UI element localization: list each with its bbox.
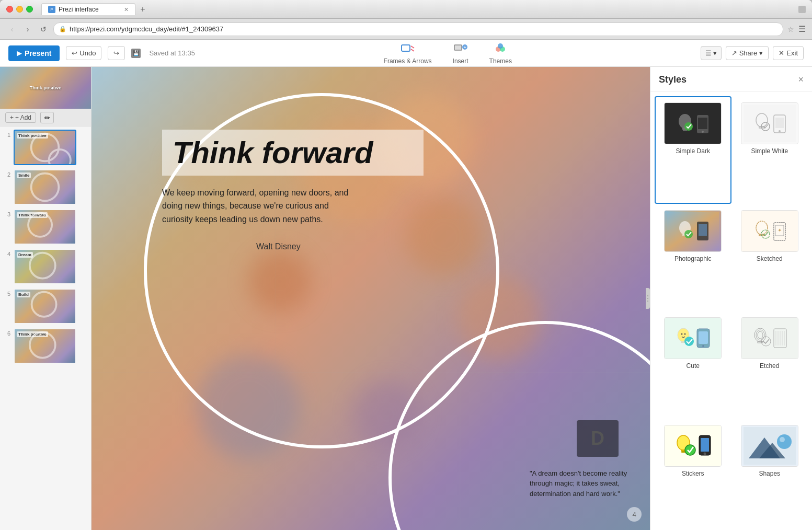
insert-tool[interactable]: + Insert bbox=[449, 40, 473, 67]
menu-chevron: ▾ bbox=[713, 49, 717, 57]
style-thumb-simple-white bbox=[741, 102, 798, 144]
canvas-area[interactable]: Think forward We keep moving forward, op… bbox=[92, 67, 650, 530]
slide-item-6[interactable]: 6 Think positive bbox=[3, 328, 88, 364]
close-window-button[interactable] bbox=[6, 6, 13, 13]
toolbar: ▶ Present ↩ Undo ↪ 💾 Saved at 13:35 bbox=[0, 40, 812, 67]
svg-point-81 bbox=[780, 437, 785, 442]
drag-dot-2 bbox=[647, 298, 648, 299]
partial-quote-area: "A dream doesn't become reality through … bbox=[530, 468, 634, 499]
redo-icon: ↪ bbox=[113, 49, 119, 57]
style-item-photographic[interactable]: Photographic bbox=[655, 204, 731, 312]
svg-rect-20 bbox=[667, 105, 719, 142]
style-item-shapes[interactable]: Shapes bbox=[731, 419, 808, 526]
slide-thumb-1[interactable]: Think positive bbox=[14, 130, 76, 165]
frames-arrows-tool[interactable]: Frames & Arrows bbox=[380, 40, 436, 67]
style-thumb-simple-dark bbox=[664, 102, 722, 144]
style-item-simple-dark[interactable]: Simple Dark bbox=[655, 96, 731, 204]
style-name-photographic: Photographic bbox=[674, 255, 712, 262]
new-tab-button[interactable]: + bbox=[135, 3, 150, 16]
toolbar-center: Frames & Arrows + Insert bbox=[201, 40, 694, 67]
undo-button[interactable]: ↩ Undo bbox=[66, 46, 101, 60]
slide-number-1: 1 bbox=[3, 130, 10, 138]
forward-button[interactable]: › bbox=[22, 24, 33, 35]
address-input[interactable]: 🔒 https://prezi.com/ydgmcdcu_day/edit/#1… bbox=[53, 22, 783, 36]
svg-rect-26 bbox=[698, 118, 707, 129]
slides-list: 1 Think positive 2 bbox=[0, 126, 91, 530]
tab-title: Prezi interface bbox=[59, 6, 99, 13]
minimize-window-button[interactable] bbox=[16, 6, 23, 13]
themes-tool[interactable]: Themes bbox=[485, 40, 516, 67]
slide-thumb-4[interactable]: Dream bbox=[14, 249, 76, 284]
save-icon: 💾 bbox=[131, 49, 141, 58]
slide-thumb-2[interactable]: Smile bbox=[14, 169, 76, 205]
back-button[interactable]: ‹ bbox=[6, 24, 18, 35]
slide-item-4[interactable]: 4 Dream bbox=[3, 249, 88, 284]
insert-label: Insert bbox=[453, 57, 468, 65]
slide-number-3: 3 bbox=[3, 209, 10, 217]
svg-rect-28 bbox=[744, 105, 796, 142]
traffic-lights bbox=[6, 6, 33, 13]
style-thumb-etched bbox=[741, 317, 798, 359]
resize-handle[interactable] bbox=[646, 288, 650, 309]
pen-icon: ✏ bbox=[44, 114, 50, 122]
maximize-window-button[interactable] bbox=[26, 6, 33, 13]
svg-point-10 bbox=[49, 149, 71, 164]
slide-thumb-3[interactable]: Think forward bbox=[14, 209, 76, 245]
present-button[interactable]: ▶ Present bbox=[8, 45, 60, 61]
styles-close-button[interactable]: × bbox=[798, 74, 804, 85]
svg-point-34 bbox=[779, 130, 781, 132]
svg-line-2 bbox=[411, 49, 414, 51]
refresh-button[interactable]: ↺ bbox=[38, 24, 49, 35]
style-item-sketched[interactable]: ✦ Sketched bbox=[731, 204, 808, 312]
slide-number-4: 4 bbox=[3, 249, 10, 257]
svg-point-8 bbox=[498, 43, 503, 49]
toolbar-right: ☰ ▾ ↗ Share ▾ ✕ Exit bbox=[701, 46, 804, 60]
style-thumb-stickers bbox=[664, 425, 722, 467]
svg-rect-55 bbox=[699, 331, 708, 344]
styles-grid: Simple Dark bbox=[650, 92, 812, 530]
slide-item-2[interactable]: 2 Smile bbox=[3, 169, 88, 205]
pen-tool-button[interactable]: ✏ bbox=[40, 112, 54, 123]
slide-thumb-6[interactable]: Think positive bbox=[14, 328, 76, 364]
slide-number-2: 2 bbox=[3, 169, 10, 178]
address-text: https://prezi.com/ydgmcdcu_day/edit/#1_2… bbox=[70, 25, 223, 33]
bookmark-icon[interactable]: ☆ bbox=[787, 25, 794, 33]
svg-point-53 bbox=[684, 337, 694, 346]
slide-number-5: 5 bbox=[3, 289, 10, 297]
style-item-simple-white[interactable]: Simple White bbox=[731, 96, 808, 204]
saved-text: Saved at 13:35 bbox=[149, 49, 195, 57]
slide-item-5[interactable]: 5 Build bbox=[3, 289, 88, 324]
svg-point-50 bbox=[681, 333, 683, 335]
style-name-cute: Cute bbox=[687, 362, 700, 370]
svg-point-27 bbox=[702, 131, 704, 133]
plus-icon: + bbox=[10, 114, 14, 121]
hamburger-menu-button[interactable]: ☰ ▾ bbox=[701, 46, 722, 60]
svg-text:+: + bbox=[463, 45, 466, 50]
address-bar: ‹ › ↺ 🔒 https://prezi.com/ydgmcdcu_day/e… bbox=[0, 19, 812, 40]
browser-tab[interactable]: P Prezi interface ✕ bbox=[41, 3, 135, 15]
style-item-stickers[interactable]: Stickers bbox=[655, 419, 731, 526]
exit-icon: ✕ bbox=[779, 49, 784, 57]
slide-item-1[interactable]: 1 Think positive bbox=[3, 130, 88, 165]
svg-rect-40 bbox=[699, 224, 707, 236]
style-name-simple-dark: Simple Dark bbox=[676, 147, 710, 155]
slide-thumb-5[interactable]: Build bbox=[14, 289, 76, 324]
svg-point-12 bbox=[28, 213, 52, 237]
tab-close-button[interactable]: ✕ bbox=[124, 6, 129, 13]
browser-menu-icon[interactable]: ☰ bbox=[798, 24, 806, 34]
share-chevron: ▾ bbox=[759, 49, 763, 57]
style-name-shapes: Shapes bbox=[759, 470, 780, 477]
style-item-cute[interactable]: Cute bbox=[655, 311, 731, 419]
exit-button[interactable]: ✕ Exit bbox=[773, 46, 804, 60]
main-area: Think positive + + Add ✏ 1 bbox=[0, 67, 812, 530]
redo-button[interactable]: ↪ bbox=[108, 46, 125, 60]
add-slide-button[interactable]: + + Add bbox=[5, 112, 36, 123]
share-button[interactable]: ↗ Share ▾ bbox=[726, 46, 769, 60]
style-item-etched[interactable]: Etched bbox=[731, 311, 808, 419]
svg-point-15 bbox=[30, 332, 55, 358]
svg-point-9 bbox=[31, 134, 59, 162]
svg-point-51 bbox=[684, 333, 686, 335]
slide-item-3[interactable]: 3 Think forward bbox=[3, 209, 88, 245]
style-thumb-cute bbox=[664, 317, 722, 359]
svg-point-13 bbox=[30, 253, 55, 279]
